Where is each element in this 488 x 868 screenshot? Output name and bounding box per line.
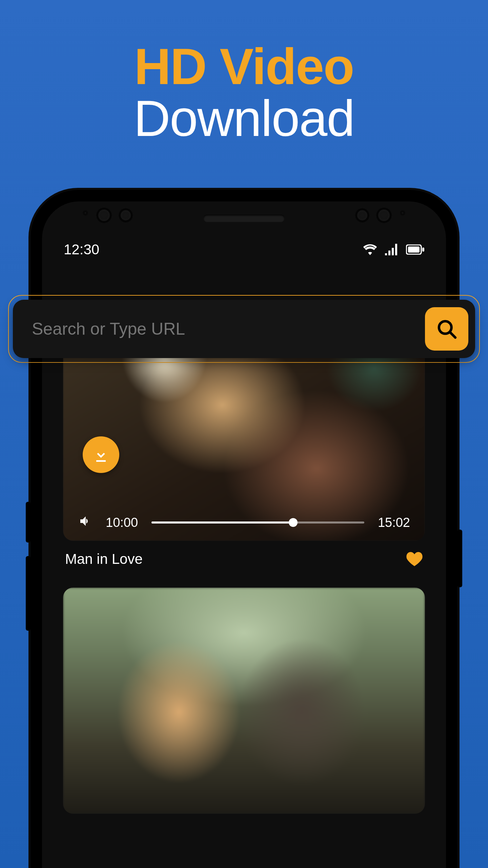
phone-mockup: 12:30 — [30, 190, 458, 868]
video-title: Man in Love — [65, 551, 143, 567]
download-button[interactable] — [83, 436, 119, 473]
camera-icon — [376, 208, 392, 223]
power-button — [458, 530, 462, 587]
camera-icon — [119, 208, 133, 222]
volume-icon[interactable] — [78, 514, 92, 531]
search-highlight — [8, 295, 480, 363]
progress-knob[interactable] — [289, 518, 298, 527]
search-bar[interactable] — [13, 300, 475, 358]
sensor-icon — [83, 210, 88, 216]
volume-down-button — [26, 556, 30, 631]
progress-fill — [151, 521, 293, 524]
camera-icon — [96, 208, 112, 223]
download-icon — [92, 445, 110, 464]
speaker-grille — [203, 215, 285, 222]
search-icon — [435, 317, 458, 340]
svg-rect-2 — [422, 248, 424, 252]
phone-hardware-bar — [42, 201, 446, 235]
video-meta-row: Man in Love — [63, 541, 425, 567]
search-input[interactable] — [32, 319, 425, 339]
video-controls: 10:00 15:02 — [63, 514, 425, 531]
status-time: 12:30 — [64, 241, 99, 258]
promo-headline: HD Video Download — [0, 0, 488, 148]
headline-line-2: Download — [0, 89, 488, 148]
svg-line-4 — [450, 332, 455, 338]
thumbnail-image — [63, 588, 425, 814]
favorite-button[interactable] — [406, 551, 423, 567]
video-item — [63, 588, 425, 814]
camera-icon — [355, 208, 369, 222]
wifi-icon — [363, 244, 378, 255]
signal-icon — [385, 244, 399, 255]
sensor-icon — [400, 210, 405, 216]
headline-line-1: HD Video — [0, 37, 488, 96]
progress-slider[interactable] — [151, 521, 364, 524]
status-bar: 12:30 — [42, 235, 446, 262]
video-thumbnail[interactable] — [63, 588, 425, 814]
duration: 15:02 — [378, 515, 410, 530]
battery-icon — [406, 244, 424, 255]
search-button[interactable] — [425, 307, 468, 351]
video-list[interactable]: 10:00 15:02 Man in Love — [42, 314, 446, 814]
heart-icon — [406, 551, 423, 567]
status-icons — [363, 244, 424, 255]
svg-rect-1 — [408, 246, 420, 253]
current-time: 10:00 — [106, 515, 138, 530]
volume-up-button — [26, 502, 30, 542]
